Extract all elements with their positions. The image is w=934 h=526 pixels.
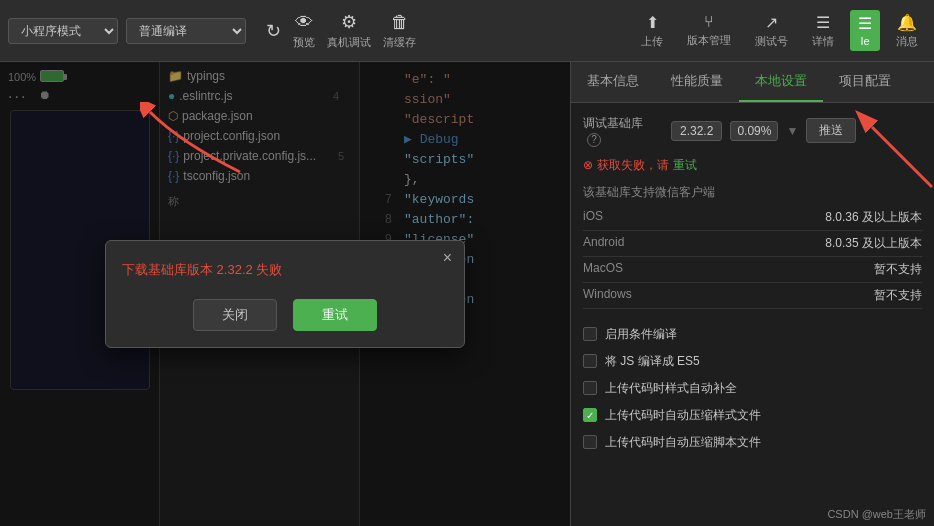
bell-icon: 🔔 [897,13,917,32]
clear-label: 清缓存 [383,35,416,50]
checkmark-icon: ✓ [586,410,594,421]
debug-icon: ⚙ [341,11,357,33]
refresh-icon: ↻ [266,20,281,42]
clear-btn[interactable]: 🗑 清缓存 [383,12,416,50]
debug-label: 真机调试 [327,35,371,50]
detail-btn[interactable]: ☰ 详情 [804,9,842,53]
checkbox-item-2: 上传代码时样式自动补全 [583,375,922,402]
modal-x-btn[interactable]: × [443,249,452,267]
detail-active-btn[interactable]: ☰ Ie [850,10,880,51]
percent-badge: 0.09% [730,121,778,141]
top-toolbar: 小程序模式 普通编译 ↻ 👁 预览 ⚙ 真机调试 🗑 清缓存 ⬆ 上传 ⑂ [0,0,934,62]
error-modal: × 下载基础库版本 2.32.2 失败 关闭 重试 [105,240,465,348]
checkbox-3[interactable]: ✓ [583,408,597,422]
dropdown-arrow[interactable]: ▼ [786,124,798,138]
left-panel: 100% ··· ⏺ 📁 typings ● [0,62,570,526]
tab-quality[interactable]: 性能质量 [655,62,739,102]
test-btn[interactable]: ↗ 测试号 [747,9,796,53]
clear-icon: 🗑 [391,12,409,33]
modal-error-message: 下载基础库版本 2.32.2 失败 [122,261,448,279]
debug-lib-row: 调试基础库 ? 2.32.2 0.09% ▼ 推送 [583,115,922,147]
macos-row: MacOS 暂不支持 [583,257,922,283]
checkbox-2[interactable] [583,381,597,395]
test-icon: ↗ [765,13,778,32]
upload-btn[interactable]: ⬆ 上传 [633,9,671,53]
red-arrow-1 [140,102,260,182]
modal-buttons: 关闭 重试 [122,299,448,331]
refresh-btn[interactable]: ↻ [266,20,281,42]
preview-btn[interactable]: 👁 预览 [293,12,315,50]
right-panel: 基本信息 性能质量 本地设置 项目配置 调试基础库 ? 2.32.2 0.09%… [570,62,934,526]
error-circle-icon: ⊗ [583,158,593,172]
error-message: ⊗ 获取失败，请 重试 [583,157,697,174]
help-icon[interactable]: ? [587,133,601,147]
modal-overlay: × 下载基础库版本 2.32.2 失败 关闭 重试 [0,62,570,526]
version-btn[interactable]: ⑂ 版本管理 [679,9,739,52]
modal-close-btn[interactable]: 关闭 [193,299,277,331]
debug-btn[interactable]: ⚙ 真机调试 [327,11,371,50]
preview-label: 预览 [293,35,315,50]
error-row: ⊗ 获取失败，请 重试 [583,157,922,174]
checkbox-section: 启用条件编译 将 JS 编译成 ES5 上传代码时样式自动补全 ✓ 上传代码时自… [583,321,922,456]
version-badge[interactable]: 2.32.2 [671,121,722,141]
toolbar-actions: ↻ 👁 预览 ⚙ 真机调试 🗑 清缓存 [266,11,416,50]
watermark: CSDN @web王老师 [827,507,926,522]
checkbox-0[interactable] [583,327,597,341]
checkbox-item-4: 上传代码时自动压缩脚本文件 [583,429,922,456]
version-icon: ⑂ [704,13,714,31]
debug-lib-label: 调试基础库 ? [583,115,663,147]
mode-select[interactable]: 小程序模式 [8,18,118,44]
upload-icon: ⬆ [646,13,659,32]
checkbox-4[interactable] [583,435,597,449]
tab-local[interactable]: 本地设置 [739,62,823,102]
message-btn[interactable]: 🔔 消息 [888,9,926,53]
checkbox-item-0: 启用条件编译 [583,321,922,348]
main-area: 100% ··· ⏺ 📁 typings ● [0,62,934,526]
right-toolbar: ⬆ 上传 ⑂ 版本管理 ↗ 测试号 ☰ 详情 ☰ Ie 🔔 消息 [633,9,926,53]
send-btn[interactable]: 推送 [806,118,856,143]
retry-link[interactable]: 重试 [673,157,697,174]
ios-row: iOS 8.0.36 及以上版本 [583,205,922,231]
right-tabs: 基本信息 性能质量 本地设置 项目配置 [571,62,934,103]
windows-row: Windows 暂不支持 [583,283,922,309]
tab-project[interactable]: 项目配置 [823,62,907,102]
support-info: 该基础库支持微信客户端 iOS 8.0.36 及以上版本 Android 8.0… [583,184,922,309]
android-row: Android 8.0.35 及以上版本 [583,231,922,257]
support-label: 该基础库支持微信客户端 [583,184,922,201]
modal-retry-btn[interactable]: 重试 [293,299,377,331]
red-arrow-2 [842,97,934,197]
ie-label: Ie [860,35,869,47]
menu-icon: ☰ [858,14,872,33]
compile-select[interactable]: 普通编译 [126,18,246,44]
checkbox-1[interactable] [583,354,597,368]
detail-icon: ☰ [816,13,830,32]
right-content: 调试基础库 ? 2.32.2 0.09% ▼ 推送 ⊗ 获取失败，请 重试 [571,103,934,468]
checkbox-item-1: 将 JS 编译成 ES5 [583,348,922,375]
tab-basic[interactable]: 基本信息 [571,62,655,102]
checkbox-item-3: ✓ 上传代码时自动压缩样式文件 [583,402,922,429]
eye-icon: 👁 [295,12,313,33]
